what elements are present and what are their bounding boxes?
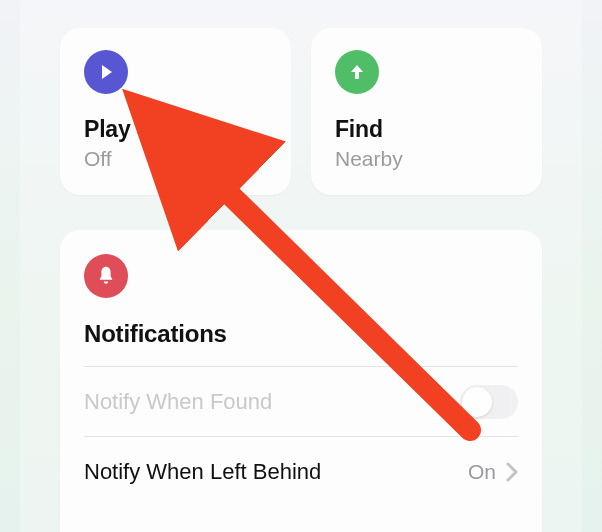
- chevron-right-icon: [506, 462, 518, 482]
- play-triangle-icon: [97, 63, 115, 81]
- notify-left-behind-row[interactable]: Notify When Left Behind On: [84, 436, 518, 506]
- notify-left-behind-label: Notify When Left Behind: [84, 459, 321, 485]
- action-cards-row: Play Sound Off Find Nearby: [60, 28, 542, 195]
- notify-when-found-toggle[interactable]: [460, 385, 518, 419]
- bell-icon: [84, 254, 128, 298]
- notifications-panel: Notifications Notify When Found Notify W…: [60, 230, 542, 532]
- find-card[interactable]: Find Nearby: [311, 28, 542, 195]
- toggle-knob: [462, 387, 492, 417]
- svg-marker-0: [102, 65, 112, 79]
- bell-shape-icon: [95, 265, 117, 287]
- find-icon: [335, 50, 379, 94]
- notify-when-found-row: Notify When Found: [84, 366, 518, 436]
- play-sound-subtitle: Off: [84, 147, 267, 171]
- play-sound-card[interactable]: Play Sound Off: [60, 28, 291, 195]
- notify-left-behind-value: On: [468, 460, 496, 484]
- notify-when-found-label: Notify When Found: [84, 389, 272, 415]
- find-title: Find: [335, 116, 518, 143]
- content-frame: Play Sound Off Find Nearby Notifications…: [20, 0, 582, 532]
- arrow-up-icon: [347, 62, 367, 82]
- play-sound-title: Play Sound: [84, 116, 267, 143]
- find-subtitle: Nearby: [335, 147, 518, 171]
- play-icon: [84, 50, 128, 94]
- notifications-heading: Notifications: [84, 320, 518, 348]
